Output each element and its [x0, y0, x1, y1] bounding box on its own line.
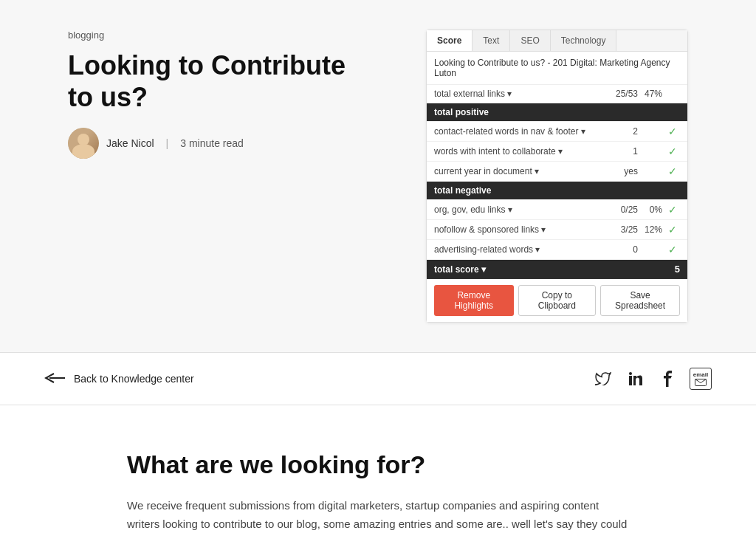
total-score-row: total score ▾ 5: [427, 260, 687, 279]
email-label: email: [693, 371, 708, 378]
content-paragraph: We receive frequent submissions from dig…: [127, 496, 629, 536]
table-row: contact-related words in nav & footer ▾ …: [427, 122, 687, 142]
nav-section: Back to Knowledge center email: [0, 352, 756, 405]
social-icons: email: [592, 368, 712, 390]
article-info: blogging Looking to Contribute to us? Ja…: [68, 30, 348, 159]
section-label: total positive: [434, 107, 680, 117]
tab-technology[interactable]: Technology: [551, 30, 617, 51]
content-heading: What are we looking for?: [127, 450, 629, 480]
copy-to-clipboard-button[interactable]: Copy to Clipboard: [518, 285, 597, 316]
svg-rect-1: [629, 376, 632, 385]
row-value: 1: [605, 146, 642, 157]
check-icon: ✓: [668, 165, 680, 177]
category-label: blogging: [68, 30, 348, 41]
row-label: nofollow & sponsored links ▾: [434, 224, 605, 235]
article-title: Looking to Contribute to us?: [68, 49, 348, 113]
save-spreadsheet-button[interactable]: Save Spreadsheet: [600, 285, 680, 316]
table-row: nofollow & sponsored links ▾ 3/25 12% ✓: [427, 220, 687, 240]
table-row: current year in document ▾ yes ✓: [427, 162, 687, 182]
table-row: total external links ▾ 25/53 47%: [427, 85, 687, 103]
check-icon: ✓: [668, 145, 680, 157]
row-value: 0/25: [605, 205, 642, 215]
section-header-positive: total positive: [427, 103, 687, 122]
email-icon[interactable]: email: [690, 368, 712, 390]
row-pct: 47%: [642, 89, 668, 99]
read-time: 3 minute read: [180, 137, 244, 149]
row-pct: 12%: [642, 224, 668, 235]
tab-score[interactable]: Score: [427, 30, 472, 51]
back-link[interactable]: Back to Knowledge center: [44, 371, 194, 387]
table-row: org, gov, edu links ▾ 0/25 0% ✓: [427, 200, 687, 220]
section-header-negative: total negative: [427, 182, 687, 200]
check-icon: ✓: [668, 204, 680, 216]
facebook-icon[interactable]: [657, 368, 679, 390]
check-icon: ✓: [668, 244, 680, 255]
row-label: current year in document ▾: [434, 166, 605, 176]
row-label: total external links ▾: [434, 89, 605, 99]
row-pct: 0%: [642, 205, 668, 215]
row-label: words with intent to collaborate ▾: [434, 146, 605, 157]
check-icon: ✓: [668, 126, 680, 137]
widget-tabs: Score Text SEO Technology: [427, 30, 687, 52]
content-section: What are we looking for? We receive freq…: [112, 405, 644, 536]
row-label: contact-related words in nav & footer ▾: [434, 126, 605, 137]
svg-point-2: [629, 372, 632, 375]
row-value: 3/25: [605, 224, 642, 235]
tab-seo[interactable]: SEO: [510, 30, 550, 51]
row-value: 25/53: [605, 89, 642, 99]
score-widget: Score Text SEO Technology Looking to Con…: [426, 30, 688, 323]
check-icon: ✓: [668, 224, 680, 236]
table-row: advertising-related words ▾ 0 ✓: [427, 240, 687, 260]
back-arrow-icon: [44, 371, 65, 387]
row-value: 2: [605, 126, 642, 137]
separator: |: [166, 137, 169, 149]
author-name: Jake Nicol: [106, 137, 154, 149]
total-score-label: total score ▾: [434, 264, 675, 275]
remove-highlights-button[interactable]: Remove Highlights: [434, 285, 514, 316]
row-label: org, gov, edu links ▾: [434, 205, 605, 215]
widget-url: Looking to Contribute to us? - 201 Digit…: [427, 52, 687, 85]
row-label: advertising-related words ▾: [434, 244, 605, 255]
total-score-value: 5: [675, 264, 680, 275]
avatar: [68, 128, 99, 159]
table-row: words with intent to collaborate ▾ 1 ✓: [427, 142, 687, 162]
twitter-icon[interactable]: [592, 368, 614, 390]
linkedin-icon[interactable]: [625, 368, 647, 390]
author-row: Jake Nicol | 3 minute read: [68, 128, 348, 159]
section-label: total negative: [434, 185, 680, 196]
row-value: 0: [605, 244, 642, 255]
tab-text[interactable]: Text: [472, 30, 510, 51]
row-value: yes: [605, 166, 642, 176]
back-link-label: Back to Knowledge center: [74, 373, 194, 385]
widget-actions: Remove Highlights Copy to Clipboard Save…: [427, 279, 687, 322]
